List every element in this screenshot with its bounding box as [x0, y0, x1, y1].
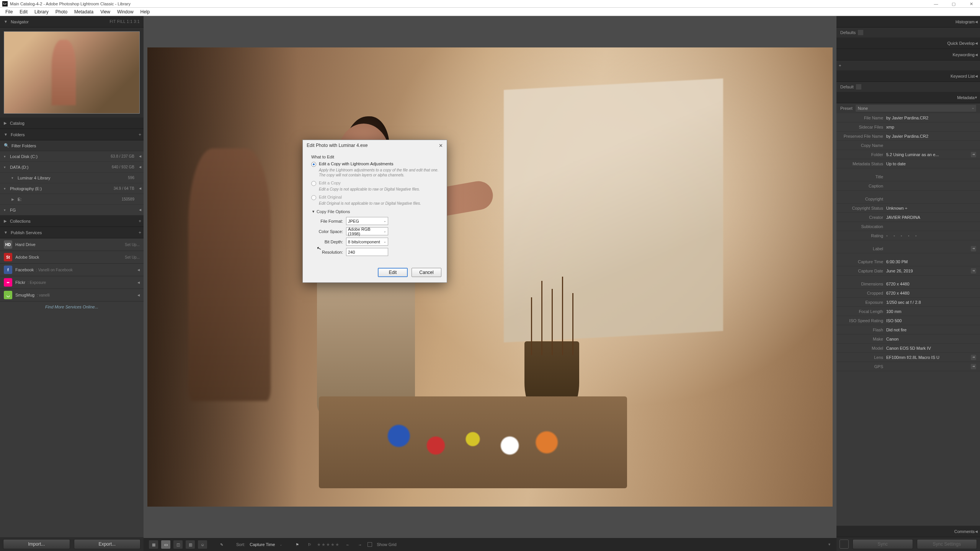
grid-view-button[interactable]: ▦ [149, 540, 158, 549]
folder-row[interactable]: ▶E:150589 [0, 194, 144, 205]
sync-button[interactable]: Sync [853, 539, 913, 549]
publish-service-row[interactable]: StAdobe StockSet Up... [0, 251, 144, 264]
menu-library[interactable]: Library [31, 8, 52, 15]
go-icon[interactable]: ➜ [971, 152, 976, 157]
metadata-row[interactable]: Focal Length100 mm [836, 307, 980, 316]
dialog-edit-button[interactable]: Edit [378, 268, 408, 277]
sync-settings-button[interactable]: Sync Settings [917, 539, 977, 549]
menu-help[interactable]: Help [137, 8, 153, 15]
metadata-row[interactable]: Capture Time6:00:30 PM [836, 257, 980, 266]
menu-photo[interactable]: Photo [52, 8, 70, 15]
setup-link[interactable]: Set Up... [125, 243, 140, 247]
publish-service-row[interactable]: HDHard DriveSet Up... [0, 238, 144, 251]
import-button[interactable]: Import... [3, 539, 70, 549]
show-grid-checkbox[interactable] [368, 542, 372, 547]
quickdevelop-defaults[interactable]: Defaults [836, 28, 980, 37]
folder-row[interactable]: ▾Photography (E:)34.9 / 64 TB◀ [0, 183, 144, 194]
metadata-row[interactable]: ModelCanon EOS 5D Mark IV [836, 344, 980, 353]
metadata-row[interactable]: Cropped6720 x 4480 [836, 289, 980, 298]
metadata-row[interactable]: Dimensions6720 x 4480 [836, 279, 980, 289]
panel-comments[interactable]: Comments◀ [836, 526, 980, 537]
panel-folders[interactable]: ▼ Folders [0, 129, 144, 140]
window-minimize[interactable]: — [927, 0, 945, 8]
metadata-row[interactable]: MakeCanon [836, 334, 980, 344]
dialog-cancel-button[interactable]: Cancel [412, 268, 441, 277]
edit-option[interactable]: Edit a Copy with Lightroom Adjustments [311, 161, 441, 167]
metadata-row[interactable]: Copy Name [836, 141, 980, 150]
panel-metadata[interactable]: Metadata▼ [836, 92, 980, 103]
dialog-close-button[interactable]: ✕ [437, 142, 444, 149]
panel-publish-services[interactable]: ▼ Publish Services [0, 227, 144, 238]
metadata-row[interactable]: CreatorJAVIER PARDINA [836, 213, 980, 222]
metadata-row[interactable]: Metadata StatusUp to date [836, 159, 980, 168]
go-icon[interactable]: ➜ [971, 364, 976, 369]
metadata-row[interactable]: File Nameby Javier Pardina.CR2 [836, 113, 980, 122]
metadata-row[interactable]: ISO Speed RatingISO 500 [836, 316, 980, 325]
rating-stars[interactable]: ★★★★★ [317, 542, 340, 547]
menu-window[interactable]: Window [114, 8, 137, 15]
metadata-row[interactable]: FlashDid not fire [836, 325, 980, 334]
flag-pick[interactable]: ⚑ [292, 540, 302, 549]
metadata-row[interactable]: Rating• • • • • [836, 231, 980, 240]
field-select[interactable]: 8 bits/component⌄ [346, 238, 388, 246]
setup-link[interactable]: Set Up... [125, 255, 140, 259]
go-icon[interactable]: ➜ [971, 268, 976, 274]
metadata-row[interactable]: Preserved File Nameby Javier Pardina.CR2 [836, 132, 980, 141]
metadata-row[interactable]: LensEF100mm f/2.8L Macro IS U➜ [836, 353, 980, 362]
metadata-row[interactable]: Label➜ [836, 244, 980, 253]
folder-row[interactable]: ▾Local Disk (C:)63.8 / 237 GB◀ [0, 151, 144, 162]
metadata-row[interactable]: Caption [836, 181, 980, 191]
panel-keywording[interactable]: Keywording◀ [836, 49, 980, 60]
metadata-preset-row[interactable]: Preset None÷ [836, 103, 980, 113]
panel-keywordlist[interactable]: Keyword List◀ [836, 70, 980, 82]
filter-folders-input[interactable]: 🔍 Filter Folders [0, 140, 144, 151]
metadata-row[interactable]: Sublocation [836, 222, 980, 231]
publish-service-row[interactable]: ••Flickr : Exposure◀ [0, 276, 144, 289]
folder-row[interactable]: ▾DATA (D:)640 / 932 GB◀ [0, 162, 144, 173]
metadata-row[interactable]: Copyright [836, 194, 980, 204]
metadata-row[interactable]: Exposure1/250 sec at f / 2.8 [836, 298, 980, 307]
main-image[interactable] [147, 47, 833, 507]
menu-metadata[interactable]: Metadata [71, 8, 96, 15]
panel-collections[interactable]: ▶ Collections [0, 215, 144, 227]
metadata-row[interactable]: Folder5.2 Using Luminar as an e...➜ [836, 150, 980, 159]
sort-select[interactable]: Capture Time [250, 542, 275, 547]
go-icon[interactable]: ➜ [971, 246, 976, 251]
chevron-down-icon[interactable]: ▼ [828, 543, 831, 546]
panel-catalog[interactable]: ▶ Catalog [0, 117, 144, 129]
metadata-row[interactable]: Sidecar Filesxmp [836, 122, 980, 132]
field-input[interactable]: 240 [346, 248, 388, 256]
go-icon[interactable]: ➜ [971, 355, 976, 360]
defaults-preset-slot[interactable] [858, 30, 863, 35]
panel-quickdevelop[interactable]: Quick Develop◀ [836, 37, 980, 49]
field-select[interactable]: JPEG⌄ [346, 217, 388, 225]
metadata-row[interactable]: Copyright StatusUnknown ÷ [836, 204, 980, 213]
metadata-row[interactable]: GPS➜ [836, 362, 980, 371]
menu-file[interactable]: File [2, 8, 16, 15]
keywordlist-add[interactable]: + [836, 60, 980, 70]
rating-dots[interactable]: • • • • • [886, 233, 919, 238]
metadata-default[interactable]: Default [836, 82, 980, 92]
metadata-row[interactable]: Capture DateJune 26, 2019➜ [836, 266, 980, 276]
menu-edit[interactable]: Edit [16, 8, 31, 15]
prev-photo[interactable]: ← [343, 540, 352, 549]
metadata-row[interactable]: Title [836, 172, 980, 181]
panel-navigator[interactable]: ▼ Navigator FIT FILL 1:1 3:1 [0, 16, 144, 28]
navigator-thumbnail[interactable] [4, 31, 140, 114]
survey-view-button[interactable]: ▥ [186, 540, 195, 549]
window-close[interactable]: ✕ [962, 0, 980, 8]
sync-prev-button[interactable] [840, 540, 849, 549]
metadata-preset-slot[interactable] [856, 84, 861, 90]
folder-row[interactable]: ▾FG◀ [0, 205, 144, 215]
painter-tool[interactable]: ✎ [217, 540, 226, 549]
flag-reject[interactable]: ⚐ [305, 540, 314, 549]
field-select[interactable]: Adobe RGB (1998)⌄ [346, 227, 388, 235]
compare-view-button[interactable]: ◫ [173, 540, 183, 549]
window-maximize[interactable]: ▢ [945, 0, 962, 8]
metadata-preset-select[interactable]: None÷ [856, 105, 976, 112]
menu-view[interactable]: View [97, 8, 113, 15]
people-view-button[interactable]: ☺ [198, 540, 207, 549]
export-button[interactable]: Export... [74, 539, 141, 549]
copy-file-options-toggle[interactable]: ▼ Copy File Options [312, 209, 440, 214]
folder-row[interactable]: ▾Luminar 4 Library596 [0, 173, 144, 183]
